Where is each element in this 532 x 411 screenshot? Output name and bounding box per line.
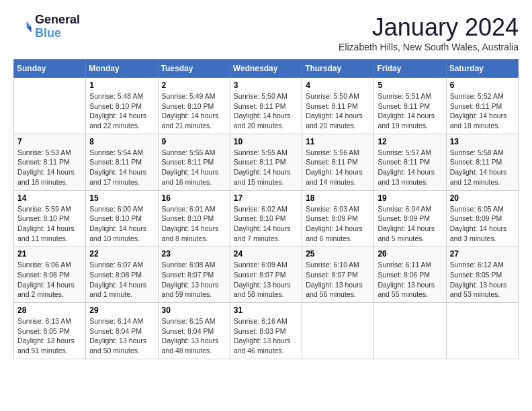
day-info: Sunrise: 5:59 AM Sunset: 8:10 PM Dayligh… xyxy=(17,204,82,244)
day-info: Sunrise: 5:51 AM Sunset: 8:11 PM Dayligh… xyxy=(378,91,442,131)
calendar-cell: 10Sunrise: 5:55 AM Sunset: 8:11 PM Dayli… xyxy=(230,134,302,190)
calendar-cell xyxy=(446,303,518,359)
svg-marker-1 xyxy=(27,27,32,32)
day-info: Sunrise: 6:15 AM Sunset: 8:04 PM Dayligh… xyxy=(162,316,226,356)
day-number: 16 xyxy=(162,193,226,203)
day-of-week-header: Monday xyxy=(86,60,158,78)
day-info: Sunrise: 6:07 AM Sunset: 8:08 PM Dayligh… xyxy=(89,260,154,300)
day-number: 13 xyxy=(450,137,515,146)
day-number: 18 xyxy=(306,193,370,203)
day-number: 25 xyxy=(306,249,370,259)
calendar-cell: 9Sunrise: 5:55 AM Sunset: 8:11 PM Daylig… xyxy=(158,134,230,190)
day-info: Sunrise: 5:48 AM Sunset: 8:10 PM Dayligh… xyxy=(89,91,154,131)
day-number: 9 xyxy=(162,137,226,146)
day-info: Sunrise: 6:13 AM Sunset: 8:05 PM Dayligh… xyxy=(17,316,82,356)
calendar-cell: 7Sunrise: 5:53 AM Sunset: 8:11 PM Daylig… xyxy=(14,134,86,190)
day-number: 8 xyxy=(89,137,154,146)
day-info: Sunrise: 5:54 AM Sunset: 8:11 PM Dayligh… xyxy=(89,148,154,187)
day-info: Sunrise: 6:00 AM Sunset: 8:10 PM Dayligh… xyxy=(89,204,154,244)
calendar-cell: 18Sunrise: 6:03 AM Sunset: 8:09 PM Dayli… xyxy=(302,190,374,246)
title-area: January 2024 Elizabeth Hills, New South … xyxy=(339,13,519,52)
day-info: Sunrise: 5:57 AM Sunset: 8:11 PM Dayligh… xyxy=(378,148,442,187)
day-number: 6 xyxy=(450,81,515,90)
day-info: Sunrise: 5:55 AM Sunset: 8:11 PM Dayligh… xyxy=(162,148,226,187)
day-number: 1 xyxy=(89,81,154,90)
day-info: Sunrise: 6:03 AM Sunset: 8:09 PM Dayligh… xyxy=(306,204,370,244)
day-number: 11 xyxy=(306,137,370,146)
day-number: 22 xyxy=(89,249,154,259)
day-number: 29 xyxy=(89,306,154,315)
calendar-cell: 20Sunrise: 6:05 AM Sunset: 8:09 PM Dayli… xyxy=(446,190,518,246)
calendar-cell: 30Sunrise: 6:15 AM Sunset: 8:04 PM Dayli… xyxy=(158,303,230,359)
day-info: Sunrise: 6:14 AM Sunset: 8:04 PM Dayligh… xyxy=(89,316,154,356)
calendar-cell: 27Sunrise: 6:12 AM Sunset: 8:05 PM Dayli… xyxy=(446,246,518,303)
calendar-title: January 2024 xyxy=(339,13,519,42)
calendar-cell: 3Sunrise: 5:50 AM Sunset: 8:11 PM Daylig… xyxy=(230,78,302,134)
day-info: Sunrise: 5:58 AM Sunset: 8:11 PM Dayligh… xyxy=(450,148,515,187)
calendar-cell: 16Sunrise: 6:01 AM Sunset: 8:10 PM Dayli… xyxy=(158,190,230,246)
day-of-week-header: Friday xyxy=(374,60,446,78)
logo-text: General Blue xyxy=(35,13,80,40)
calendar-week-row: 21Sunrise: 6:06 AM Sunset: 8:08 PM Dayli… xyxy=(14,246,519,303)
day-number: 3 xyxy=(234,81,298,90)
day-of-week-header: Wednesday xyxy=(230,60,302,78)
calendar-cell xyxy=(374,303,446,359)
day-info: Sunrise: 5:52 AM Sunset: 8:11 PM Dayligh… xyxy=(450,91,515,131)
calendar-cell: 11Sunrise: 5:56 AM Sunset: 8:11 PM Dayli… xyxy=(302,134,374,190)
day-number: 23 xyxy=(162,249,226,259)
day-info: Sunrise: 5:49 AM Sunset: 8:10 PM Dayligh… xyxy=(162,91,226,131)
day-info: Sunrise: 5:50 AM Sunset: 8:11 PM Dayligh… xyxy=(306,91,370,131)
day-number: 26 xyxy=(378,249,442,259)
calendar-cell: 23Sunrise: 6:08 AM Sunset: 8:07 PM Dayli… xyxy=(158,246,230,303)
calendar-cell: 29Sunrise: 6:14 AM Sunset: 8:04 PM Dayli… xyxy=(86,303,158,359)
calendar-cell: 31Sunrise: 6:16 AM Sunset: 8:03 PM Dayli… xyxy=(230,303,302,359)
logo: General Blue xyxy=(13,13,80,40)
day-number: 14 xyxy=(17,193,82,203)
day-info: Sunrise: 6:02 AM Sunset: 8:10 PM Dayligh… xyxy=(234,204,298,244)
day-number: 21 xyxy=(17,249,82,259)
day-number: 28 xyxy=(17,306,82,315)
calendar-week-row: 1Sunrise: 5:48 AM Sunset: 8:10 PM Daylig… xyxy=(14,78,519,134)
logo-icon xyxy=(13,17,32,36)
day-info: Sunrise: 6:16 AM Sunset: 8:03 PM Dayligh… xyxy=(234,316,298,356)
calendar-cell xyxy=(14,78,86,134)
day-number: 15 xyxy=(89,193,154,203)
day-number: 4 xyxy=(306,81,370,90)
calendar-cell: 25Sunrise: 6:10 AM Sunset: 8:07 PM Dayli… xyxy=(302,246,374,303)
day-info: Sunrise: 6:04 AM Sunset: 8:09 PM Dayligh… xyxy=(378,204,442,244)
calendar-cell: 19Sunrise: 6:04 AM Sunset: 8:09 PM Dayli… xyxy=(374,190,446,246)
day-info: Sunrise: 5:56 AM Sunset: 8:11 PM Dayligh… xyxy=(306,148,370,187)
calendar-cell: 26Sunrise: 6:11 AM Sunset: 8:06 PM Dayli… xyxy=(374,246,446,303)
day-of-week-header: Sunday xyxy=(14,60,86,78)
day-number: 17 xyxy=(234,193,298,203)
day-number: 10 xyxy=(234,137,298,146)
calendar-table: SundayMondayTuesdayWednesdayThursdayFrid… xyxy=(13,59,519,359)
day-number: 19 xyxy=(378,193,442,203)
calendar-cell: 8Sunrise: 5:54 AM Sunset: 8:11 PM Daylig… xyxy=(86,134,158,190)
calendar-cell: 1Sunrise: 5:48 AM Sunset: 8:10 PM Daylig… xyxy=(86,78,158,134)
day-info: Sunrise: 6:06 AM Sunset: 8:08 PM Dayligh… xyxy=(17,260,82,300)
calendar-week-row: 14Sunrise: 5:59 AM Sunset: 8:10 PM Dayli… xyxy=(14,190,519,246)
day-info: Sunrise: 5:53 AM Sunset: 8:11 PM Dayligh… xyxy=(17,148,82,187)
calendar-cell xyxy=(302,303,374,359)
day-number: 24 xyxy=(234,249,298,259)
calendar-cell: 5Sunrise: 5:51 AM Sunset: 8:11 PM Daylig… xyxy=(374,78,446,134)
day-number: 7 xyxy=(17,137,82,146)
day-of-week-header: Saturday xyxy=(446,60,518,78)
page-header: General Blue January 2024 Elizabeth Hill… xyxy=(13,13,519,52)
calendar-cell: 24Sunrise: 6:09 AM Sunset: 8:07 PM Dayli… xyxy=(230,246,302,303)
day-info: Sunrise: 6:10 AM Sunset: 8:07 PM Dayligh… xyxy=(306,260,370,300)
calendar-body: 1Sunrise: 5:48 AM Sunset: 8:10 PM Daylig… xyxy=(14,78,519,359)
svg-marker-0 xyxy=(27,21,32,26)
day-number: 30 xyxy=(162,306,226,315)
day-info: Sunrise: 6:01 AM Sunset: 8:10 PM Dayligh… xyxy=(162,204,226,244)
calendar-cell: 6Sunrise: 5:52 AM Sunset: 8:11 PM Daylig… xyxy=(446,78,518,134)
calendar-week-row: 7Sunrise: 5:53 AM Sunset: 8:11 PM Daylig… xyxy=(14,134,519,190)
day-of-week-header: Tuesday xyxy=(158,60,230,78)
calendar-cell: 12Sunrise: 5:57 AM Sunset: 8:11 PM Dayli… xyxy=(374,134,446,190)
calendar-cell: 17Sunrise: 6:02 AM Sunset: 8:10 PM Dayli… xyxy=(230,190,302,246)
day-info: Sunrise: 6:12 AM Sunset: 8:05 PM Dayligh… xyxy=(450,260,515,300)
day-info: Sunrise: 5:50 AM Sunset: 8:11 PM Dayligh… xyxy=(234,91,298,131)
days-of-week-row: SundayMondayTuesdayWednesdayThursdayFrid… xyxy=(14,60,519,78)
day-number: 2 xyxy=(162,81,226,90)
